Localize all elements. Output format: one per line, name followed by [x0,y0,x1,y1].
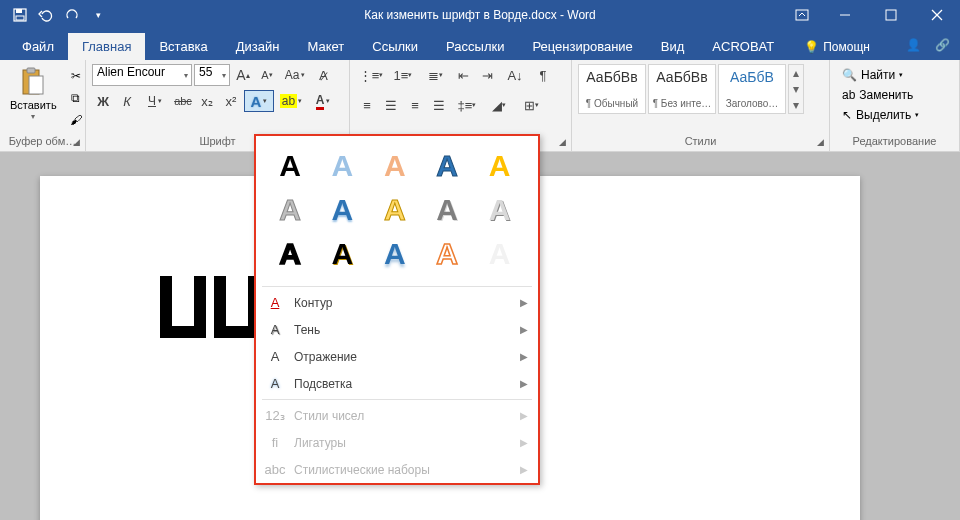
effect-preset[interactable]: A [322,236,362,272]
show-marks-button[interactable]: ¶ [532,64,554,86]
multilevel-button[interactable]: ≣▾ [420,64,450,86]
tab-file[interactable]: Файл [8,33,68,60]
replace-button[interactable]: abЗаменить [838,86,951,104]
superscript-button[interactable]: x² [220,90,242,112]
bold-button[interactable]: Ж [92,90,114,112]
borders-button[interactable]: ⊞▾ [516,94,546,116]
tab-design[interactable]: Дизайн [222,33,294,60]
undo-button[interactable] [34,3,58,27]
menu-outline[interactable]: AКонтур▶ [256,289,538,316]
menu-number-styles: 12₃Стили чисел▶ [256,402,538,429]
text-effects-dropdown: A A A A A A A A A A A A A A A AКонтур▶ A… [254,134,540,485]
format-painter-button[interactable]: 🖌 [65,110,87,130]
effect-preset[interactable]: A [480,236,520,272]
strikethrough-button[interactable]: abc [172,90,194,112]
effect-preset[interactable]: A [270,236,310,272]
subscript-button[interactable]: x₂ [196,90,218,112]
font-size-combo[interactable]: 55▾ [194,64,230,86]
save-button[interactable] [8,3,32,27]
menu-stylistic-sets: abcСтилистические наборы▶ [256,456,538,483]
effect-preset[interactable]: A [427,148,467,184]
shrink-font-button[interactable]: A▾ [256,64,278,86]
tab-insert[interactable]: Вставка [145,33,221,60]
effect-preset[interactable]: A [375,236,415,272]
tab-acrobat[interactable]: ACROBAT [698,33,788,60]
align-center-button[interactable]: ☰ [380,94,402,116]
italic-button[interactable]: К [116,90,138,112]
underline-button[interactable]: Ч▾ [140,90,170,112]
maximize-button[interactable] [868,0,914,30]
menu-glow[interactable]: AПодсветка▶ [256,370,538,397]
redo-button[interactable] [60,3,84,27]
copy-button[interactable]: ⧉ [65,88,87,108]
svg-rect-9 [27,68,35,73]
paragraph-launcher[interactable]: ◢ [555,135,569,149]
effect-preset[interactable]: A [322,192,362,228]
select-button[interactable]: ↖Выделить▾ [838,106,951,124]
find-button[interactable]: 🔍Найти▾ [838,66,951,84]
effect-preset[interactable]: A [480,148,520,184]
chevron-right-icon: ▶ [520,437,528,448]
minimize-button[interactable] [822,0,868,30]
numbering-button[interactable]: 1≡▾ [388,64,418,86]
ligature-icon: fi [266,435,284,450]
line-spacing-button[interactable]: ‡≡▾ [452,94,482,116]
paste-button[interactable]: Вставить ▾ [6,64,61,133]
chevron-right-icon: ▶ [520,378,528,389]
style-normal[interactable]: АаБбВв¶ Обычный [578,64,646,114]
effect-preset[interactable]: A [480,192,520,228]
menu-reflection[interactable]: AОтражение▶ [256,343,538,370]
effect-preset[interactable]: A [427,192,467,228]
sort-button[interactable]: A↓ [500,64,530,86]
effect-preset[interactable]: A [427,236,467,272]
effect-preset[interactable]: A [270,148,310,184]
tab-review[interactable]: Рецензирование [518,33,646,60]
styles-more-button[interactable]: ▴▾▾ [788,64,804,114]
effect-preset[interactable]: A [375,148,415,184]
group-styles: АаБбВв¶ Обычный АаБбВв¶ Без инте… АаБбВЗ… [572,60,830,151]
tell-me-search[interactable]: 💡Помощн [794,34,880,60]
font-color-button[interactable]: A▾ [308,90,338,112]
outline-icon: A [266,295,284,310]
align-left-button[interactable]: ≡ [356,94,378,116]
tab-mailings[interactable]: Рассылки [432,33,518,60]
tab-view[interactable]: Вид [647,33,699,60]
grow-font-button[interactable]: A▴ [232,64,254,86]
clipboard-launcher[interactable]: ◢ [69,135,83,149]
font-name-combo[interactable]: Alien Encour▾ [92,64,192,86]
chevron-right-icon: ▶ [520,410,528,421]
effect-preset[interactable]: A [322,148,362,184]
bullets-button[interactable]: ⋮≡▾ [356,64,386,86]
chevron-right-icon: ▶ [520,464,528,475]
menu-ligatures: fiЛигатуры▶ [256,429,538,456]
sign-in-icon[interactable]: 👤 [906,38,921,52]
style-heading1[interactable]: АаБбВЗаголово… [718,64,786,114]
window-title: Как изменить шрифт в Ворде.docx - Word [364,8,596,22]
tab-home[interactable]: Главная [68,33,145,60]
shading-button[interactable]: ◢▾ [484,94,514,116]
change-case-button[interactable]: Aa▾ [280,64,310,86]
tab-references[interactable]: Ссылки [358,33,432,60]
lightbulb-icon: 💡 [804,40,819,54]
cut-button[interactable]: ✂ [65,66,87,86]
decrease-indent-button[interactable]: ⇤ [452,64,474,86]
highlight-button[interactable]: ab▾ [276,90,306,112]
justify-button[interactable]: ☰ [428,94,450,116]
qat-customize[interactable]: ▾ [86,3,110,27]
effect-preset[interactable]: A [270,192,310,228]
style-nospacing[interactable]: АаБбВв¶ Без инте… [648,64,716,114]
ribbon-display-options[interactable] [782,0,822,30]
clear-formatting-button[interactable]: A̷ [312,64,334,86]
menu-shadow[interactable]: AТень▶ [256,316,538,343]
share-button[interactable]: 🔗 [935,38,950,52]
text-effects-button[interactable]: A▾ [244,90,274,112]
effect-preset[interactable]: A [375,192,415,228]
reflection-icon: A [266,349,284,364]
styles-launcher[interactable]: ◢ [813,135,827,149]
increase-indent-button[interactable]: ⇥ [476,64,498,86]
close-button[interactable] [914,0,960,30]
tab-layout[interactable]: Макет [293,33,358,60]
align-right-button[interactable]: ≡ [404,94,426,116]
window-controls [822,0,960,30]
svg-rect-3 [796,10,808,20]
